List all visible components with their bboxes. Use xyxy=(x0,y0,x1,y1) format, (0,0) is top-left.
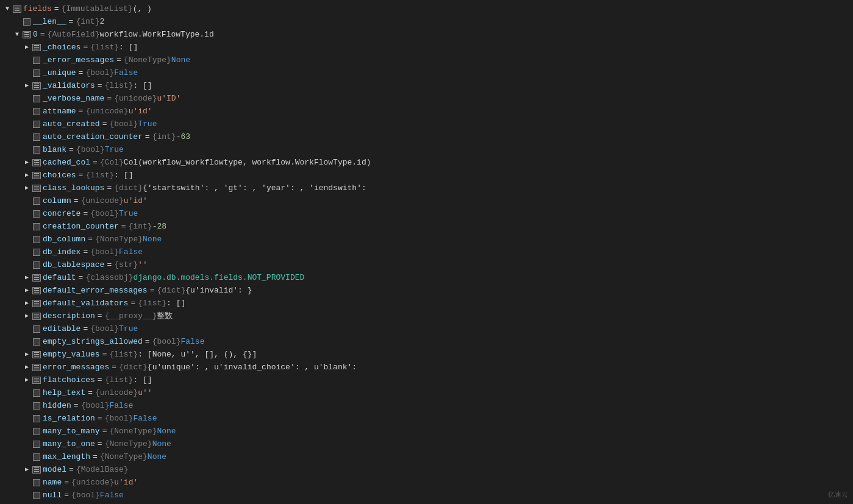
expand-placeholder xyxy=(22,337,32,347)
cell-value: : [] xyxy=(119,41,138,54)
cell-type: {str} xyxy=(114,258,138,271)
cell-type: {__proxy__} xyxy=(105,310,157,322)
expand-btn[interactable] xyxy=(22,299,32,308)
cell-type: {bool} xyxy=(76,143,105,156)
cell-key: help_text xyxy=(43,386,85,399)
tree-row-editable: editable={bool} True xyxy=(0,322,853,335)
expand-btn[interactable] xyxy=(22,375,32,385)
expand-btn[interactable] xyxy=(22,286,32,296)
tree-row-blank: blank={bool} True xyxy=(0,143,853,156)
icon-list xyxy=(32,43,41,52)
cell-equals: = xyxy=(74,194,79,207)
tree-row-choices: choices={list} : [] xyxy=(0,169,853,182)
icon-list xyxy=(12,5,22,13)
tree-row-empty_values: empty_values={list} : [None, u'', [], ()… xyxy=(0,348,853,361)
tree-row-hidden: hidden={bool} False xyxy=(0,399,853,412)
cell-key: default_error_messages xyxy=(43,284,148,297)
icon-square xyxy=(32,120,41,129)
icon-list xyxy=(22,30,32,39)
icon-list xyxy=(32,299,41,308)
expand-btn[interactable] xyxy=(22,171,32,180)
cell-value: True xyxy=(119,207,138,220)
cell-equals: = xyxy=(88,386,93,399)
cell-equals: = xyxy=(64,489,69,502)
tree-row-_unique: _unique={bool} False xyxy=(0,66,853,79)
cell-key: _error_messages xyxy=(43,54,114,66)
cell-key: blank xyxy=(43,143,66,156)
cell-type: {NoneType} xyxy=(100,450,148,463)
cell-type: {NoneType} xyxy=(109,425,157,438)
cell-value: : [] xyxy=(133,79,152,92)
cell-key: _verbose_name xyxy=(43,92,104,105)
cell-value: False xyxy=(109,399,133,412)
tree-row-default_error_messages: default_error_messages={dict} {u'invalid… xyxy=(0,284,853,297)
icon-square xyxy=(32,222,41,231)
expand-btn[interactable] xyxy=(22,273,32,283)
cell-value: False xyxy=(114,66,138,79)
tree-row-db_tablespace: db_tablespace={str} '' xyxy=(0,258,853,271)
cell-value: None xyxy=(152,438,171,450)
cell-type: {dict} xyxy=(119,361,148,374)
icon-list xyxy=(32,363,41,372)
icon-square xyxy=(32,414,41,423)
cell-type: {classobj} xyxy=(85,271,133,284)
expand-btn[interactable] xyxy=(22,465,32,475)
cell-key: default_validators xyxy=(43,297,128,310)
icon-square xyxy=(32,107,41,116)
cell-equals: = xyxy=(83,322,88,335)
expand-btn[interactable] xyxy=(22,81,32,91)
tree-row-attname: attname={unicode} u'id' xyxy=(0,105,853,118)
icon-square xyxy=(32,389,41,397)
cell-type: {bool} xyxy=(90,246,119,258)
cell-value: False xyxy=(180,335,204,348)
cell-value: None xyxy=(143,233,162,246)
cell-value: u'ID' xyxy=(157,92,180,105)
tree-row-model: model={ModelBase} xyxy=(0,463,853,476)
cell-type: {bool} xyxy=(85,66,114,79)
expand-btn[interactable] xyxy=(2,4,12,14)
cell-type: {Col} xyxy=(100,156,124,169)
expand-btn[interactable] xyxy=(22,350,32,360)
icon-list xyxy=(32,286,41,295)
icon-square xyxy=(32,402,41,410)
cell-equals: = xyxy=(102,118,107,130)
cell-equals: = xyxy=(74,399,79,412)
tree-row-_verbose_name: _verbose_name={unicode} u'ID' xyxy=(0,92,853,105)
cell-type: {list} xyxy=(105,374,134,386)
cell-type: {list} xyxy=(85,169,114,182)
cell-type: {bool} xyxy=(71,489,100,502)
cell-value: 2 xyxy=(99,15,104,28)
cell-equals: = xyxy=(93,450,98,463)
cell-type: {list} xyxy=(109,348,138,361)
tree-row-is_relation: is_relation={bool} False xyxy=(0,412,853,425)
cell-key: many_to_one xyxy=(43,438,95,450)
expand-btn[interactable] xyxy=(22,158,32,168)
expand-btn[interactable] xyxy=(22,183,32,193)
expand-btn[interactable] xyxy=(22,363,32,372)
cell-equals: = xyxy=(98,412,102,425)
cell-equals: = xyxy=(93,156,98,169)
expand-btn[interactable] xyxy=(22,43,32,52)
icon-square xyxy=(32,453,41,461)
cell-equals: = xyxy=(83,41,88,54)
tree-row-default: default={classobj} django.db.models.fiel… xyxy=(0,271,853,284)
cell-value: True xyxy=(119,322,138,335)
cell-value: {'startswith': , 'gt': , 'year': , 'iend… xyxy=(143,182,366,194)
tree-row-max_length: max_length={NoneType} None xyxy=(0,450,853,463)
cell-value: 整数 xyxy=(157,310,173,322)
cell-type: {bool} xyxy=(81,399,110,412)
expand-placeholder xyxy=(22,68,32,78)
cell-value: u'' xyxy=(138,386,152,399)
cell-equals: = xyxy=(102,348,107,361)
expand-btn[interactable] xyxy=(12,30,22,40)
expand-placeholder xyxy=(22,491,32,500)
cell-equals: = xyxy=(83,246,88,258)
cell-equals: = xyxy=(98,438,102,450)
expand-placeholder xyxy=(22,260,32,270)
expand-btn[interactable] xyxy=(22,311,32,321)
cell-type: {bool} xyxy=(90,207,119,220)
cell-type: {int} xyxy=(152,130,176,143)
cell-key: _unique xyxy=(43,66,76,79)
cell-equals: = xyxy=(79,169,84,182)
cell-value: : [None, u'', [], (), {}] xyxy=(138,348,257,361)
